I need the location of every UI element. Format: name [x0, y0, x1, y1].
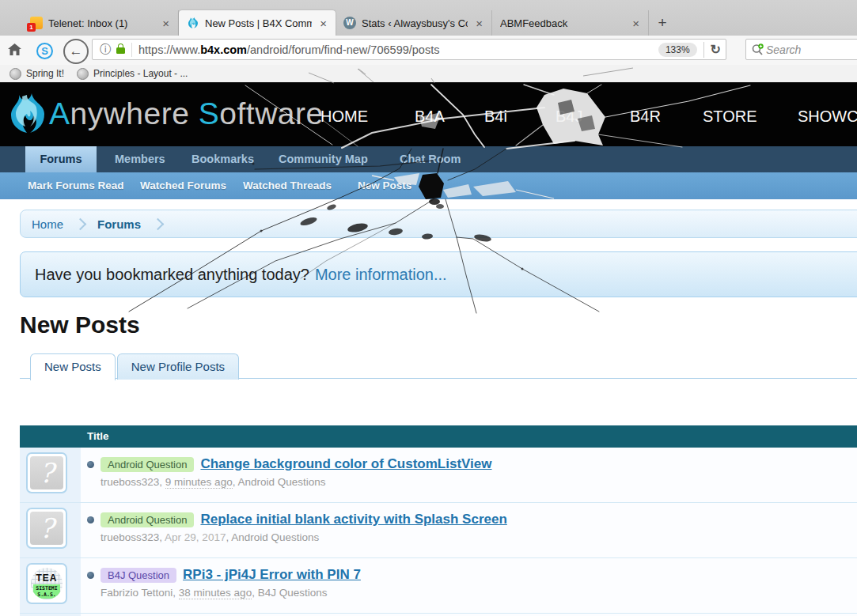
- site-header: Anywhere Software HOME B4A B4i B4J B4R S…: [0, 82, 857, 146]
- thread-title-link[interactable]: Change background color of CustomListVie…: [200, 456, 491, 472]
- thread-row[interactable]: TEA SISTEMIS.A.S. B4J Question RPi3 - jP…: [20, 558, 857, 614]
- breadcrumb-forums[interactable]: Forums: [97, 217, 141, 231]
- url-text[interactable]: https://www.b4x.com/android/forum/find-n…: [138, 43, 658, 56]
- tab-telenet-inbox[interactable]: 1 Telenet: Inbox (1) ×: [22, 10, 179, 36]
- page-title: New Posts: [20, 312, 140, 338]
- notice-text: Have you bookmarked anything today?: [35, 266, 309, 284]
- wordpress-icon: W: [343, 17, 356, 29]
- brand-text: Anywhere Software: [49, 96, 324, 131]
- tab-alwaysbusy-stats[interactable]: W Stats ‹ Alwaysbusy's Corner ×: [336, 10, 492, 36]
- subnav-watched-forums[interactable]: Watched Forums: [140, 172, 226, 199]
- nav-showcase[interactable]: SHOWCASE: [798, 108, 857, 126]
- tab-close-icon[interactable]: ×: [473, 17, 485, 30]
- browser-tab-bar: 1 Telenet: Inbox (1) × New Posts | B4X C…: [0, 0, 857, 36]
- subnav-new-posts[interactable]: New Posts: [358, 172, 411, 199]
- chevron-right-icon: [74, 217, 87, 230]
- tab-title: Telenet: Inbox (1): [48, 17, 154, 29]
- new-tab-button[interactable]: +: [649, 10, 676, 36]
- bookmarks-bar: Spring It! Principles - Layout - ...: [0, 65, 857, 82]
- content-tabs: New Posts New Profile Posts: [30, 353, 241, 380]
- nav-b4j[interactable]: B4J: [556, 108, 582, 126]
- nav-store[interactable]: STORE: [703, 108, 757, 126]
- url-bar[interactable]: ⓘ https://www.b4x.com/android/forum/find…: [92, 39, 726, 60]
- avatar[interactable]: ?: [26, 452, 67, 493]
- s-extension-icon[interactable]: S: [36, 43, 53, 59]
- bookmark-notice-banner: Have you bookmarked anything today? More…: [20, 251, 857, 297]
- forum-sub-nav-bar: Mark Forums Read Watched Forums Watched …: [0, 172, 857, 199]
- tab-abmfeedback[interactable]: ABMFeedback ×: [492, 10, 649, 36]
- tea-sistemi-avatar: TEA SISTEMIS.A.S.: [30, 567, 63, 600]
- thread-title-link[interactable]: RPi3 - jPi4J Error with PIN 7: [183, 567, 361, 583]
- more-information-link[interactable]: More information...: [315, 266, 447, 284]
- thread-forum[interactable]: B4J Questions: [258, 587, 328, 599]
- thread-row[interactable]: ? Android Question Replace initial blank…: [20, 503, 857, 558]
- thread-meta: trueboss323, 9 minutes ago, Android Ques…: [100, 476, 851, 488]
- thread-author[interactable]: trueboss323: [100, 531, 159, 543]
- thread-meta: Fabrizio Tettoni, 38 minutes ago, B4J Qu…: [100, 587, 851, 599]
- forum-nav-chat-room[interactable]: Chat Room: [400, 146, 461, 172]
- nav-b4a[interactable]: B4A: [415, 108, 445, 126]
- subnav-watched-threads[interactable]: Watched Threads: [243, 172, 332, 199]
- breadcrumb-home[interactable]: Home: [32, 217, 63, 231]
- tab-close-icon[interactable]: ×: [317, 17, 329, 30]
- https-lock-icon[interactable]: [116, 47, 125, 54]
- back-button[interactable]: ←: [63, 39, 89, 64]
- thread-author[interactable]: trueboss323: [100, 476, 159, 488]
- unread-bullet-icon: [87, 516, 94, 523]
- firefox-window: { "browser": { "tabs": [ {"title": "Tele…: [0, 0, 857, 616]
- thread-time[interactable]: 9 minutes ago: [165, 476, 233, 489]
- forum-nav-forums-active[interactable]: Forums: [25, 146, 97, 172]
- tab-new-profile-posts[interactable]: New Profile Posts: [117, 353, 239, 380]
- thread-forum[interactable]: Android Questions: [237, 476, 325, 488]
- reload-icon[interactable]: ↻: [711, 42, 721, 57]
- b4x-flame-icon: [187, 17, 199, 29]
- globe-icon: [9, 68, 21, 80]
- table-header-title: Title: [20, 425, 857, 448]
- mail-badge: 1: [27, 23, 36, 32]
- tab-title: New Posts | B4X Community: [205, 17, 312, 29]
- search-box[interactable]: [745, 39, 857, 60]
- nav-home[interactable]: HOME: [320, 108, 368, 126]
- tab-close-icon[interactable]: ×: [630, 17, 642, 30]
- home-icon[interactable]: [8, 43, 21, 59]
- thread-table: Title ? Android Question Change backgrou…: [20, 425, 857, 616]
- thread-title-link[interactable]: Replace initial blank activity with Spla…: [200, 512, 506, 527]
- tab-title: ABMFeedback: [500, 17, 624, 29]
- unread-bullet-icon: [87, 572, 94, 579]
- tab-b4x-community[interactable]: New Posts | B4X Community ×: [179, 10, 336, 36]
- bookmark-spring-it[interactable]: Spring It!: [8, 68, 70, 80]
- toolbar-divider: [703, 42, 704, 58]
- thread-forum[interactable]: Android Questions: [231, 531, 319, 543]
- thread-badge: Android Question: [100, 457, 194, 472]
- flame-logo-icon: [6, 92, 47, 136]
- bookmark-principles-layout[interactable]: Principles - Layout - ...: [75, 68, 194, 80]
- nav-b4r[interactable]: B4R: [630, 108, 661, 126]
- forum-nav-bookmarks[interactable]: Bookmarks: [191, 146, 254, 172]
- search-input[interactable]: [764, 43, 847, 57]
- page-info-icon[interactable]: ⓘ: [100, 43, 111, 57]
- question-mark-avatar: ?: [30, 512, 63, 545]
- question-mark-avatar: ?: [30, 456, 63, 489]
- thread-time: Apr 29, 2017: [165, 531, 226, 543]
- zoom-level-badge[interactable]: 133%: [658, 43, 697, 57]
- thread-badge: B4J Question: [100, 568, 176, 583]
- anywhere-software-logo[interactable]: Anywhere Software: [6, 92, 324, 136]
- chevron-right-icon: [152, 217, 165, 230]
- thread-badge: Android Question: [100, 512, 194, 527]
- globe-icon: [77, 68, 89, 80]
- forum-nav-members[interactable]: Members: [115, 146, 165, 172]
- avatar[interactable]: ?: [26, 508, 67, 549]
- unread-bullet-icon: [87, 461, 94, 468]
- subnav-mark-forums-read[interactable]: Mark Forums Read: [28, 172, 124, 199]
- tab-new-posts[interactable]: New Posts: [30, 353, 116, 380]
- avatar[interactable]: TEA SISTEMIS.A.S.: [26, 563, 67, 604]
- tab-close-icon[interactable]: ×: [160, 17, 172, 30]
- thread-time[interactable]: 38 minutes ago: [179, 587, 252, 599]
- browser-toolbar: S ← ⓘ https://www.b4x.com/android/forum/…: [0, 36, 857, 66]
- forum-nav-community-map[interactable]: Community Map: [279, 146, 368, 172]
- search-icon: [751, 43, 764, 56]
- nav-b4i[interactable]: B4i: [484, 108, 507, 126]
- thread-author[interactable]: Fabrizio Tettoni: [100, 587, 173, 599]
- thread-row[interactable]: ? Android Question Change background col…: [20, 448, 857, 503]
- forum-nav-bar: Forums Members Bookmarks Community Map C…: [0, 146, 857, 172]
